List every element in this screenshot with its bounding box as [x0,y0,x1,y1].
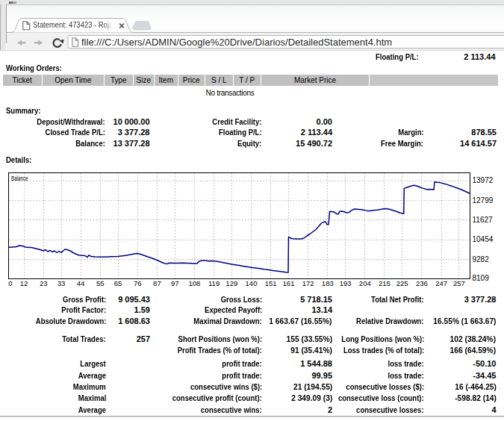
svg-text:11627: 11627 [473,216,494,224]
svg-text:44: 44 [77,279,85,287]
svg-text:10454: 10454 [473,235,494,243]
svg-text:0: 0 [8,279,12,287]
svg-text:23: 23 [40,279,48,287]
svg-text:87: 87 [153,279,161,287]
svg-text:65: 65 [114,279,122,287]
svg-text:9282: 9282 [473,255,490,263]
svg-text:183: 183 [322,279,334,287]
svg-text:Balance: Balance [11,175,28,182]
svg-text:33: 33 [57,279,66,287]
svg-text:13972: 13972 [473,176,494,184]
svg-text:247: 247 [435,279,447,287]
svg-text:140: 140 [246,279,258,287]
svg-text:8109: 8109 [473,274,490,282]
svg-text:172: 172 [302,279,314,287]
svg-text:108: 108 [188,279,200,287]
svg-text:225: 225 [396,279,408,287]
svg-text:236: 236 [416,279,428,287]
svg-text:76: 76 [134,279,142,287]
svg-text:97: 97 [171,279,179,287]
svg-text:193: 193 [340,279,352,287]
svg-text:161: 161 [283,279,295,287]
svg-text:257: 257 [453,279,465,287]
svg-text:12799: 12799 [473,196,494,205]
svg-text:151: 151 [265,279,277,287]
svg-text:129: 129 [225,279,237,287]
svg-text:55: 55 [96,279,105,287]
svg-text:119: 119 [208,279,220,287]
svg-text:12: 12 [20,279,28,287]
svg-text:204: 204 [359,279,371,287]
svg-text:215: 215 [379,279,391,287]
